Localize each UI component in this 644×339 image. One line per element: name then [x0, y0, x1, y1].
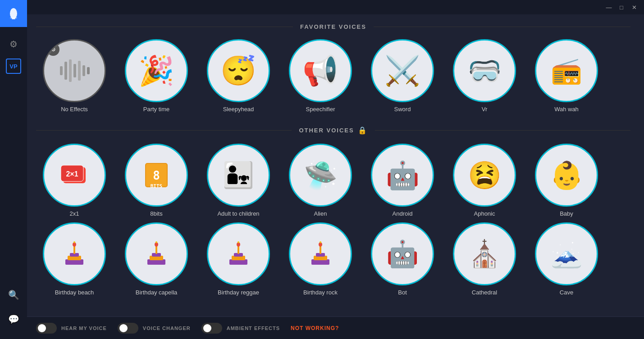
voice-circle-baby: 👶 — [535, 144, 598, 207]
voice-item-adult-to-children[interactable]: 👨‍👧 Adult to children — [200, 144, 277, 217]
voice-item-cathedral[interactable]: ⛪ Cathedral — [446, 222, 523, 296]
header-line-right — [374, 27, 630, 27]
voice-circle-cave: 🗻 — [535, 222, 598, 285]
svg-rect-8 — [78, 61, 81, 81]
lock-icon: 🔒 — [358, 126, 368, 135]
voice-changer-knob — [119, 324, 128, 332]
voice-item-android[interactable]: 🤖 Android — [364, 144, 441, 217]
header-line-left — [36, 27, 293, 27]
voice-label-wah-wah: Wah wah — [554, 106, 579, 113]
svg-rect-7 — [73, 64, 76, 77]
close-button[interactable]: ✕ — [628, 1, 640, 14]
svg-point-23 — [73, 241, 75, 243]
other-voices-title: OTHER VOICES 🔒 — [292, 126, 375, 135]
svg-text:8: 8 — [153, 169, 160, 182]
other-voices-header: OTHER VOICES 🔒 — [36, 126, 630, 135]
voice-label-baby: Baby — [560, 210, 573, 217]
app-logo[interactable] — [0, 0, 27, 27]
voice-label-cave: Cave — [560, 289, 573, 296]
sidebar: ⚙ VP 🔍 💬 — [0, 0, 27, 339]
voice-item-birthday-beach[interactable]: Birthday beach — [36, 222, 113, 296]
other-header-line-right — [375, 130, 630, 131]
maximize-button[interactable]: □ — [615, 1, 628, 14]
voice-circle-aphonic: 😫 — [453, 144, 516, 207]
voice-item-aphonic[interactable]: 😫 Aphonic — [446, 144, 523, 217]
voice-item-no-effects[interactable]: ⚙ No Effects — [36, 39, 113, 113]
voice-item-speechifier[interactable]: 📢 Speechifier — [282, 39, 359, 113]
voice-item-party-time[interactable]: 🎉 Party time — [118, 39, 195, 113]
voice-item-sword[interactable]: ⚔️ Sword — [364, 39, 441, 113]
ambient-effects-toggle[interactable] — [201, 323, 222, 334]
voice-item-alien[interactable]: 🛸 Alien — [282, 144, 359, 217]
voice-circle-vr: 🥽 — [453, 39, 516, 102]
sidebar-item-chat[interactable]: 💬 — [4, 309, 23, 329]
hear-my-voice-knob — [38, 324, 46, 332]
voice-changer-group: VOICE CHANGER — [118, 323, 191, 334]
main-content: — □ ✕ FAVORITE VOICES ⚙ — [27, 0, 644, 339]
voice-circle-sword: ⚔️ — [371, 39, 434, 102]
hear-my-voice-group: HEAR MY VOICE — [36, 323, 107, 334]
favorite-voices-grid: ⚙ No Effects 🎉 — [36, 39, 630, 113]
svg-point-1 — [10, 8, 17, 19]
ambient-effects-group: AMBIENT EFFECTS — [201, 323, 280, 334]
voice-item-cave[interactable]: 🗻 Cave — [528, 222, 605, 296]
voice-item-wah-wah[interactable]: 📻 Wah wah — [528, 39, 605, 113]
ambient-effects-knob — [203, 324, 211, 332]
bottom-bar: HEAR MY VOICE VOICE CHANGER AMBIENT EFFE… — [27, 316, 644, 339]
voice-circle-birthday-rock — [289, 222, 352, 285]
voice-circle-birthday-beach — [43, 222, 106, 285]
other-header-line-left — [36, 130, 292, 131]
voice-circle-alien: 🛸 — [289, 144, 352, 207]
voice-label-sleepyhead: Sleepyhead — [223, 106, 254, 113]
not-working-status[interactable]: NOT WORKING? — [291, 325, 339, 331]
svg-text:2×1: 2×1 — [66, 170, 78, 178]
hear-my-voice-toggle[interactable] — [36, 323, 57, 334]
voice-item-2x1[interactable]: 2×1 2×1 2x1 — [36, 144, 113, 217]
voice-label-birthday-rock: Birthday rock — [303, 289, 338, 296]
voice-label-sword: Sword — [394, 106, 411, 113]
voice-label-alien: Alien — [314, 210, 327, 217]
voice-label-vr: Vr — [482, 106, 488, 113]
minimize-button[interactable]: — — [603, 1, 615, 14]
voice-circle-no-effects: ⚙ — [43, 39, 106, 102]
svg-point-41 — [320, 241, 321, 243]
voice-label-android: Android — [393, 210, 413, 217]
svg-rect-10 — [87, 67, 90, 74]
voice-circle-cathedral: ⛪ — [453, 222, 516, 285]
voice-item-vr[interactable]: 🥽 Vr — [446, 39, 523, 113]
voice-label-cathedral: Cathedral — [472, 289, 497, 296]
voice-changer-toggle[interactable] — [118, 323, 138, 334]
sidebar-item-search[interactable]: 🔍 — [4, 285, 23, 305]
voice-item-birthday-reggae[interactable]: Birthday reggae — [200, 222, 277, 296]
voice-circle-sleepyhead: 😴 — [207, 39, 270, 102]
voice-label-birthday-beach: Birthday beach — [55, 289, 94, 296]
svg-text:BITS: BITS — [151, 183, 163, 189]
favorite-voices-header: FAVORITE VOICES — [36, 23, 630, 30]
voice-item-birthday-rock[interactable]: Birthday rock — [282, 222, 359, 296]
svg-rect-9 — [82, 65, 85, 76]
voice-circle-adult-to-children: 👨‍👧 — [207, 144, 270, 207]
svg-rect-3 — [10, 18, 17, 18]
voice-circle-birthday-reggae — [207, 222, 270, 285]
voice-circle-8bits: 8 BITS — [125, 144, 188, 207]
sidebar-item-vp[interactable]: VP — [6, 59, 21, 74]
titlebar: — □ ✕ — [27, 0, 644, 14]
voice-label-adult-to-children: Adult to children — [217, 210, 259, 217]
other-voices-grid: 2×1 2×1 2x1 8 BITS 8bits — [36, 144, 630, 296]
voice-label-8bits: 8bits — [150, 210, 162, 217]
svg-rect-5 — [64, 62, 67, 80]
voice-item-baby[interactable]: 👶 Baby — [528, 144, 605, 217]
sidebar-item-settings[interactable]: ⚙ — [4, 34, 23, 54]
voice-item-bot[interactable]: 🤖 Bot — [364, 222, 441, 296]
voice-label-speechifier: Speechifier — [306, 106, 335, 113]
svg-point-35 — [238, 241, 239, 243]
voice-item-sleepyhead[interactable]: 😴 Sleepyhead — [200, 39, 277, 113]
content-area: FAVORITE VOICES ⚙ N — [27, 14, 644, 316]
voice-label-2x1: 2x1 — [70, 210, 79, 217]
voice-item-birthday-capella[interactable]: Birthday capella — [118, 222, 195, 296]
voice-circle-android: 🤖 — [371, 144, 434, 207]
svg-point-29 — [155, 241, 157, 243]
voice-item-8bits[interactable]: 8 BITS 8bits — [118, 144, 195, 217]
voice-circle-bot: 🤖 — [371, 222, 434, 285]
favorite-voices-title: FAVORITE VOICES — [293, 23, 374, 30]
